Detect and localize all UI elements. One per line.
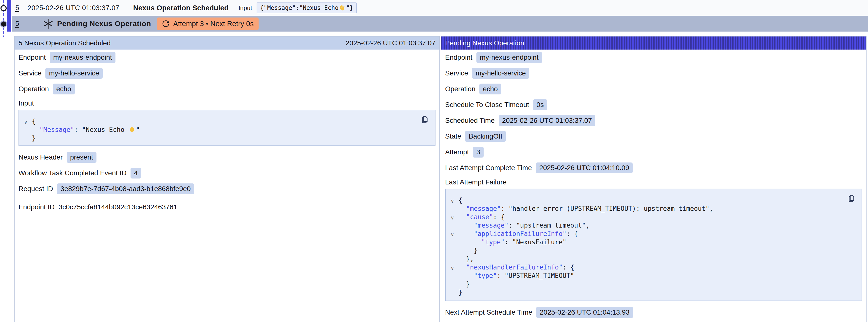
field-label: Nexus Header bbox=[19, 153, 63, 161]
field-label: Endpoint bbox=[445, 54, 472, 61]
field-value-badge: my-nexus-endpoint bbox=[476, 52, 542, 63]
field-value-badge: my-nexus-endpoint bbox=[50, 52, 116, 63]
field-label: Operation bbox=[445, 85, 475, 93]
field-value-badge: 2025-02-26 UTC 01:03:37.07 bbox=[499, 115, 595, 126]
field-value-badge: 2025-02-26 UTC 01:04:10.09 bbox=[536, 162, 632, 173]
field-label: Endpoint ID bbox=[19, 203, 55, 211]
field-endpoint: Endpoint my-nexus-endpoint bbox=[445, 50, 862, 65]
field-label: Request ID bbox=[19, 185, 53, 193]
field-endpoint: Endpoint my-nexus-endpoint bbox=[19, 50, 435, 65]
failure-code-block: ∨{ "message": "handler error (UPSTREAM_T… bbox=[445, 189, 862, 301]
endpoint-id-link[interactable]: 3c0c75ccfa8144b092c13ce632463761 bbox=[59, 203, 177, 211]
right-panel-title: Pending Nexus Operation bbox=[445, 39, 524, 47]
timeline-node-filled bbox=[1, 22, 6, 27]
field-service: Service my-hello-service bbox=[19, 65, 435, 81]
collapse-chevron-icon[interactable]: ∨ bbox=[24, 120, 28, 125]
field-service: Service my-hello-service bbox=[445, 65, 862, 81]
copy-icon[interactable] bbox=[421, 115, 429, 124]
field-value-badge: echo bbox=[479, 84, 501, 95]
field-value-badge: 4 bbox=[130, 168, 142, 179]
field-value-badge: 0s bbox=[533, 99, 547, 110]
field-value-badge: my-hello-service bbox=[472, 68, 529, 79]
left-panel-time: 2025-02-26 UTC 01:03:37.07 bbox=[346, 39, 435, 47]
field-last-attempt-complete-time: Last Attempt Complete Time 2025-02-26 UT… bbox=[445, 160, 862, 176]
collapse-chevron-icon[interactable]: ∨ bbox=[451, 215, 454, 220]
field-label: Workflow Task Completed Event ID bbox=[19, 169, 127, 177]
selection-accent-bar bbox=[7, 0, 11, 32]
field-value-badge: BackingOff bbox=[465, 131, 505, 142]
field-state: State BackingOff bbox=[445, 128, 862, 144]
detail-panels: 5 Nexus Operation Scheduled 2025-02-26 U… bbox=[14, 36, 867, 322]
timeline-node-open bbox=[0, 5, 7, 11]
right-panel-header: Pending Nexus Operation bbox=[441, 36, 866, 50]
field-label: Service bbox=[19, 69, 41, 77]
event-timestamp: 2025-02-26 UTC 01:03:37.07 bbox=[28, 4, 119, 12]
field-label: Scheduled Time bbox=[445, 117, 495, 125]
event-title: Nexus Operation Scheduled bbox=[133, 4, 229, 12]
copy-icon[interactable] bbox=[847, 194, 856, 203]
retry-icon bbox=[162, 20, 170, 28]
input-code-block: ∨{ "Message": "Nexus Echo " } bbox=[19, 110, 435, 146]
field-value-badge: echo bbox=[53, 84, 75, 95]
left-panel-title: 5 Nexus Operation Scheduled bbox=[19, 39, 111, 47]
waving-hand-icon bbox=[129, 127, 135, 133]
panel-nexus-operation-scheduled: 5 Nexus Operation Scheduled 2025-02-26 U… bbox=[14, 36, 440, 322]
last-attempt-failure-label: Last Attempt Failure bbox=[445, 176, 862, 189]
collapse-chevron-icon[interactable]: ∨ bbox=[451, 198, 454, 203]
pending-title: Pending Nexus Operation bbox=[57, 20, 151, 28]
input-section-label: Input bbox=[19, 97, 435, 110]
field-attempt: Attempt 3 bbox=[445, 144, 862, 160]
field-label: Last Attempt Complete Time bbox=[445, 164, 532, 172]
field-value-badge: my-hello-service bbox=[45, 68, 103, 79]
retry-badge: Attempt 3 • Next Retry 0s bbox=[157, 18, 258, 30]
field-next-attempt-schedule-time: Next Attempt Schedule Time 2025-02-26 UT… bbox=[445, 304, 862, 320]
pending-id-link[interactable]: 5 bbox=[15, 20, 19, 28]
collapse-chevron-icon[interactable]: ∨ bbox=[451, 232, 454, 237]
field-operation: Operation echo bbox=[445, 81, 862, 97]
pending-operation-row[interactable]: 5 Pending Nexus Operation Attempt 3 • Ne… bbox=[12, 16, 868, 32]
event-row-scheduled[interactable]: 5 2025-02-26 UTC 01:03:37.07 Nexus Opera… bbox=[12, 0, 868, 16]
field-label: Schedule To Close Timeout bbox=[445, 101, 529, 109]
pending-asterisk-icon bbox=[42, 18, 54, 29]
field-operation: Operation echo bbox=[19, 81, 435, 97]
event-id-link[interactable]: 5 bbox=[15, 4, 19, 12]
field-label: State bbox=[445, 132, 461, 140]
left-panel-header: 5 Nexus Operation Scheduled 2025-02-26 U… bbox=[14, 36, 439, 50]
collapse-chevron-icon[interactable]: ∨ bbox=[451, 265, 454, 270]
field-scheduled-time: Scheduled Time 2025-02-26 UTC 01:03:37.0… bbox=[445, 113, 862, 128]
field-workflow-task-completed-event-id: Workflow Task Completed Event ID 4 bbox=[19, 165, 435, 181]
retry-badge-label: Attempt 3 • Next Retry 0s bbox=[173, 20, 254, 28]
field-schedule-to-close-timeout: Schedule To Close Timeout 0s bbox=[445, 97, 862, 113]
field-label: Service bbox=[445, 69, 468, 77]
panel-pending-nexus-operation: Pending Nexus Operation Endpoint my-nexu… bbox=[441, 36, 867, 322]
field-label: Next Attempt Schedule Time bbox=[445, 309, 532, 316]
field-label: Operation bbox=[19, 85, 49, 93]
field-nexus-header: Nexus Header present bbox=[19, 150, 435, 165]
field-label: Attempt bbox=[445, 148, 469, 156]
field-value-badge: 3e829b7e-7d67-4b08-aad3-b1e868bfe9e0 bbox=[57, 184, 194, 195]
field-value-badge: present bbox=[67, 152, 96, 163]
field-request-id: Request ID 3e829b7e-7d67-4b08-aad3-b1e86… bbox=[19, 181, 435, 197]
waving-hand-icon bbox=[339, 5, 346, 11]
field-value-badge: 2025-02-26 UTC 01:04:13.93 bbox=[536, 307, 633, 318]
field-endpoint-id: Endpoint ID 3c0c75ccfa8144b092c13ce63246… bbox=[19, 199, 435, 215]
input-label: Input bbox=[238, 4, 252, 11]
input-json-badge: {"Message":"Nexus Echo "} bbox=[257, 2, 357, 13]
field-value-badge: 3 bbox=[473, 147, 484, 158]
field-label: Endpoint bbox=[19, 54, 46, 61]
